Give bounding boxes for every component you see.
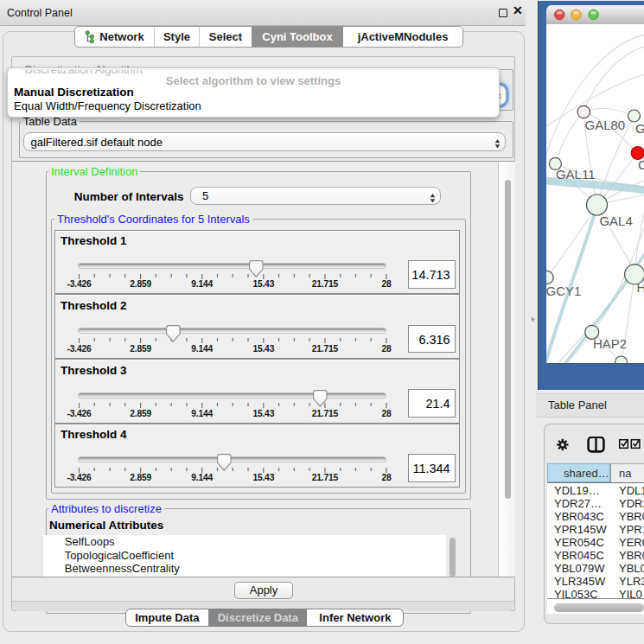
svg-text:GAL80: GAL80 [584, 118, 625, 132]
svg-text:GAL4: GAL4 [599, 214, 632, 228]
svg-text:GCY1: GCY1 [546, 284, 581, 298]
svg-text:GAL11: GAL11 [555, 167, 595, 182]
svg-text:CY: CY [638, 157, 644, 172]
svg-text:HAP2: HAP2 [592, 336, 626, 351]
svg-text:GA: GA [635, 121, 644, 136]
svg-text:H: H [636, 280, 644, 295]
